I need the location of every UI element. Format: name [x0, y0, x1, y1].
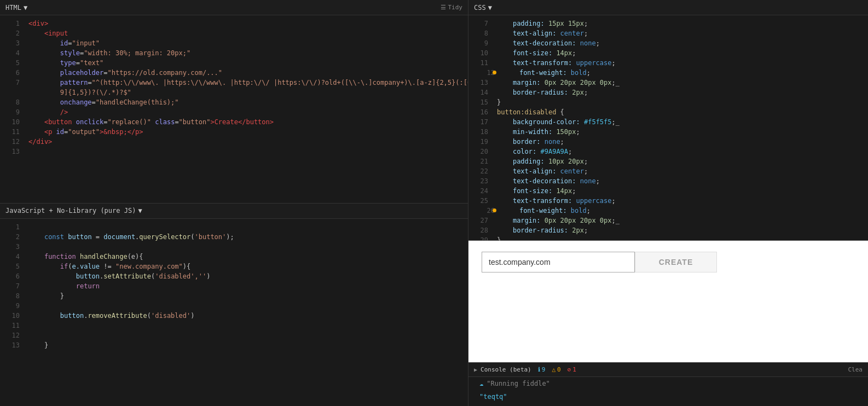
js-line-13: 13 } — [0, 340, 468, 350]
css-line-8: 8 text-align: center; — [468, 28, 868, 38]
html-line-9: 9 /> — [0, 107, 468, 117]
right-panel: CSS ▼ 7 padding: 15px 15px; 8 text-align… — [468, 0, 868, 406]
preview-input-area: CREATE — [468, 241, 868, 283]
css-line-23: 23 text-decoration: none; — [468, 176, 868, 186]
preview-area: CREATE — [468, 241, 868, 362]
console-header: ▶ Console (beta) ℹ 9 △ 0 ⊘ 1 Clea — [468, 363, 868, 377]
js-line-6: 6 button.setAttribute('disabled','') — [0, 271, 468, 281]
console-warn-count: △ 0 — [552, 366, 560, 373]
console-clear-button[interactable]: Clea — [848, 366, 863, 373]
html-line-4: 4 style="width: 30%; margin: 20px;" — [0, 48, 468, 58]
css-line-9: 9 text-decoration: none; — [468, 38, 868, 48]
css-line-21: 21 padding: 10px 20px; — [468, 156, 868, 166]
html-editor: HTML ▼ ☰ Tidy 1 <div> 2 <input — [0, 0, 468, 204]
js-line-7: 7 return — [0, 281, 468, 291]
css-line-29: 29 } — [468, 235, 868, 241]
css-line-16: 16 button:disabled { — [468, 107, 868, 117]
js-code-block: 1 2 const button = document.querySelecto… — [0, 219, 468, 353]
css-line-12: 12 font-weight: bold; — [468, 68, 868, 78]
js-line-8: 8 } — [0, 291, 468, 301]
css-line-11: 11 text-transform: uppercase; — [468, 58, 868, 68]
create-button[interactable]: CREATE — [635, 252, 717, 272]
console-output-line: "teqtq" — [468, 390, 868, 403]
css-line-15: 15 } — [468, 97, 868, 107]
js-panel-header: JavaScript + No-Library (pure JS) ▼ — [0, 204, 468, 219]
html-line-5: 5 type="text" — [0, 58, 468, 68]
html-line-7: 7 pattern="^(http:\/\/www\. |https:\/\/w… — [0, 78, 468, 88]
css-dot-12 — [493, 71, 496, 74]
js-line-11: 11 — [0, 321, 468, 330]
console-expand-arrow[interactable]: ▶ — [474, 367, 477, 373]
js-line-9: 9 — [0, 301, 468, 311]
css-line-7: 7 padding: 15px 15px; — [468, 19, 868, 28]
html-line-10: 10 <button onclick="replace()" class="bu… — [0, 117, 468, 127]
css-panel-label[interactable]: CSS ▼ — [474, 4, 492, 11]
css-line-25: 25 text-transform: uppercase; — [468, 196, 868, 206]
console-label: Console (beta) — [481, 366, 531, 373]
css-dot-26 — [493, 208, 496, 212]
js-line-5: 5 if(e.value != "new.company.com"){ — [0, 262, 468, 271]
css-editor: CSS ▼ 7 padding: 15px 15px; 8 text-align… — [468, 0, 868, 241]
cloud-icon: ☁ — [479, 379, 483, 388]
js-line-10: 10 button.removeAttribute('disabled') — [0, 311, 468, 321]
js-line-3: 3 — [0, 242, 468, 252]
html-line-11: 11 <p id="output">&nbsp;</p> — [0, 127, 468, 137]
js-panel: JavaScript + No-Library (pure JS) ▼ 1 2 … — [0, 204, 468, 407]
js-line-12: 12 — [0, 330, 468, 340]
html-panel-label[interactable]: HTML ▼ — [5, 4, 27, 11]
css-line-17: 17 background-color: #f5f5f5;_ — [468, 117, 868, 127]
console-error-count: ⊘ 1 — [568, 366, 576, 373]
console-stats: ℹ 9 △ 0 ⊘ 1 — [538, 366, 576, 373]
css-dropdown-arrow: ▼ — [488, 4, 492, 11]
preview-url-input[interactable] — [482, 252, 635, 272]
css-line-13: 13 margin: 0px 20px 20px 0px;_ — [468, 78, 868, 88]
css-line-28: 28 border-radius: 2px; — [468, 225, 868, 235]
css-line-10: 10 font-size: 14px; — [468, 48, 868, 58]
tidy-button[interactable]: ☰ Tidy — [441, 4, 463, 11]
console-area: ▶ Console (beta) ℹ 9 △ 0 ⊘ 1 Clea ☁ — [468, 362, 868, 406]
html-line-2: 2 <input — [0, 28, 468, 38]
js-dropdown-arrow: ▼ — [138, 207, 142, 214]
css-line-18: 18 min-width: 150px; — [468, 127, 868, 137]
js-panel-label[interactable]: JavaScript + No-Library (pure JS) ▼ — [5, 207, 142, 214]
js-line-2: 2 const button = document.querySelector(… — [0, 232, 468, 242]
html-code-block: 1 <div> 2 <input 3 id="input" 4 — [0, 15, 468, 160]
html-line-7b: 9]{1,5})?(\/.*)?$" — [0, 88, 468, 97]
html-line-13: 13 — [0, 147, 468, 156]
css-code-block: 7 padding: 15px 15px; 8 text-align: cent… — [468, 15, 868, 241]
html-line-12: 12 </div> — [0, 137, 468, 147]
console-info-count: ℹ 9 — [538, 366, 546, 373]
left-panel: HTML ▼ ☰ Tidy 1 <div> 2 <input — [0, 0, 468, 406]
html-line-1: 1 <div> — [0, 19, 468, 28]
js-line-1: 1 — [0, 222, 468, 232]
css-line-24: 24 font-size: 14px; — [468, 186, 868, 196]
css-line-27: 27 margin: 0px 20px 20px 0px;_ — [468, 216, 868, 225]
css-line-19: 19 border: none; — [468, 137, 868, 147]
css-line-20: 20 color: #9A9A9A; — [468, 147, 868, 156]
css-line-22: 22 text-align: center; — [468, 166, 868, 176]
console-running-line: ☁ "Running fiddle" — [468, 377, 868, 390]
css-line-26: 26 font-weight: bold; — [468, 206, 868, 216]
html-line-6: 6 placeholder="https://old.company.com/.… — [0, 68, 468, 78]
html-line-3: 3 id="input" — [0, 38, 468, 48]
css-line-14: 14 border-radius: 2px; — [468, 88, 868, 97]
html-line-8: 8 onchange="handleChange(this);" — [0, 97, 468, 107]
html-dropdown-arrow: ▼ — [24, 4, 27, 11]
js-line-4: 4 function handleChange(e){ — [0, 252, 468, 262]
